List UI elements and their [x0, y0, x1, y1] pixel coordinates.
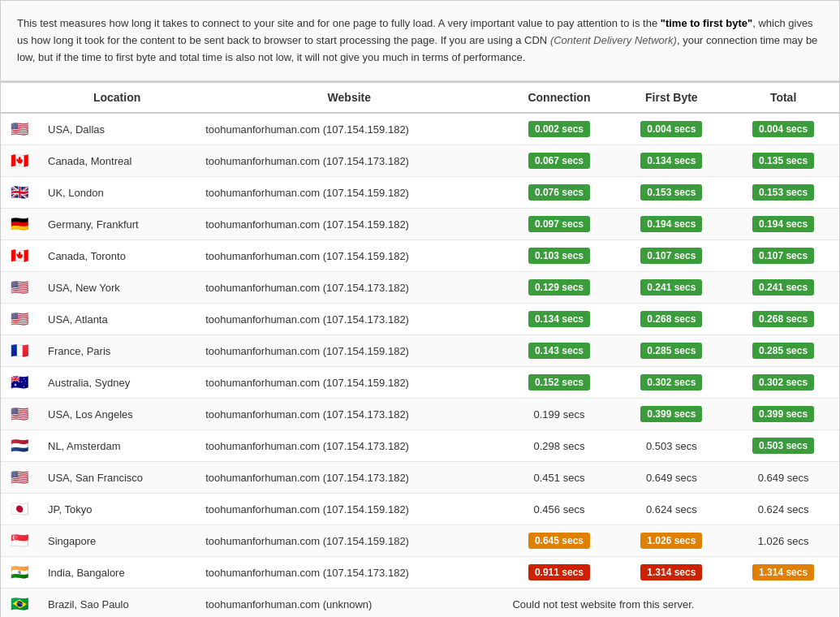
first-byte-cell: 0.624 secs — [615, 494, 727, 525]
table-row: 🇨🇦Canada, Torontotoohumanforhuman.com (1… — [1, 240, 839, 272]
connection-cell: 0.456 secs — [502, 494, 615, 525]
flag-header — [1, 82, 38, 113]
first-byte-badge: 0.004 secs — [640, 121, 702, 137]
website-cell: toohumanforhuman.com (107.154.159.182) — [196, 525, 502, 557]
total-cell: 0.194 secs — [727, 209, 839, 240]
first-byte-cell: 0.241 secs — [615, 272, 727, 304]
error-cell: Could not test website from this server. — [502, 589, 839, 617]
connection-cell: 0.143 secs — [502, 335, 615, 367]
total-value: 0.624 secs — [758, 503, 809, 516]
location-cell: USA, Dallas — [38, 113, 196, 145]
ip-address: (107.154.173.182) — [323, 282, 409, 294]
ip-address: (107.154.159.182) — [323, 503, 409, 516]
flag-cell: 🇬🇧 — [1, 177, 38, 209]
total-value: 1.026 secs — [758, 535, 809, 547]
flag-cell: 🇨🇦 — [1, 145, 38, 177]
connection-cell: 0.002 secs — [502, 113, 615, 145]
first-byte-badge: 1.026 secs — [640, 533, 702, 549]
total-cell: 0.302 secs — [727, 367, 839, 399]
total-cell: 1.314 secs — [727, 557, 839, 589]
total-cell: 0.285 secs — [727, 335, 839, 367]
ip-address: (107.154.173.182) — [323, 155, 409, 167]
flag-cell: 🇯🇵 — [1, 494, 38, 525]
table-row: 🇧🇷Brazil, Sao Paulotoohumanforhuman.com … — [1, 589, 839, 617]
website-cell: toohumanforhuman.com (107.154.173.182) — [196, 462, 502, 494]
location-cell: Canada, Montreal — [38, 145, 196, 177]
total-value: 0.649 secs — [758, 472, 809, 484]
website-header: Website — [196, 82, 502, 113]
flag-cell: 🇺🇸 — [1, 272, 38, 304]
first-byte-value: 0.503 secs — [646, 440, 697, 452]
flag-cell: 🇳🇱 — [1, 430, 38, 462]
website-cell: toohumanforhuman.com (107.154.159.182) — [196, 335, 502, 367]
location-cell: USA, Los Angeles — [38, 399, 196, 430]
ip-address: (107.154.173.182) — [323, 472, 409, 484]
info-box: This test measures how long it takes to … — [1, 1, 839, 81]
connection-badge: 0.129 secs — [528, 279, 590, 296]
connection-cell: 0.067 secs — [502, 145, 615, 177]
first-byte-cell: 0.399 secs — [615, 399, 727, 430]
website-cell: toohumanforhuman.com (107.154.173.182) — [196, 399, 502, 430]
first-byte-cell: 0.107 secs — [615, 240, 727, 272]
table-row: 🇺🇸USA, Dallastoohumanforhuman.com (107.1… — [1, 113, 839, 145]
first-byte-cell: 0.153 secs — [615, 177, 727, 209]
total-cell: 0.004 secs — [727, 113, 839, 145]
first-byte-cell: 1.026 secs — [615, 525, 727, 557]
connection-badge: 0.152 secs — [528, 374, 590, 390]
connection-badge: 0.076 secs — [528, 184, 590, 201]
table-row: 🇫🇷France, Paristoohumanforhuman.com (107… — [1, 335, 839, 367]
website-cell: toohumanforhuman.com (107.154.173.182) — [196, 557, 502, 589]
connection-value: 0.298 secs — [534, 440, 585, 452]
connection-badge: 0.645 secs — [528, 533, 590, 549]
location-cell: France, Paris — [38, 335, 196, 367]
connection-cell: 0.152 secs — [502, 367, 615, 399]
table-row: 🇮🇳India, Bangaloretoohumanforhuman.com (… — [1, 557, 839, 589]
first-byte-badge: 0.285 secs — [640, 343, 702, 359]
table-row: 🇺🇸USA, Los Angelestoohumanforhuman.com (… — [1, 399, 839, 430]
connection-cell: 0.097 secs — [502, 209, 615, 240]
total-cell: 0.268 secs — [727, 304, 839, 335]
first-byte-cell: 0.503 secs — [615, 430, 727, 462]
website-cell: toohumanforhuman.com (unknown) — [196, 589, 502, 617]
total-badge: 0.107 secs — [752, 248, 814, 264]
connection-value: 0.451 secs — [534, 472, 585, 484]
table-row: 🇩🇪Germany, Frankfurttoohumanforhuman.com… — [1, 209, 839, 240]
ip-address: (107.154.159.182) — [323, 218, 409, 231]
website-cell: toohumanforhuman.com (107.154.173.182) — [196, 430, 502, 462]
connection-cell: 0.645 secs — [502, 525, 615, 557]
ip-address: (107.154.159.182) — [323, 345, 409, 357]
first-byte-cell: 0.302 secs — [615, 367, 727, 399]
connection-badge: 0.143 secs — [528, 343, 590, 359]
location-cell: Germany, Frankfurt — [38, 209, 196, 240]
first-byte-badge: 0.194 secs — [640, 216, 702, 232]
first-byte-cell: 0.194 secs — [615, 209, 727, 240]
flag-cell: 🇺🇸 — [1, 304, 38, 335]
connection-badge: 0.911 secs — [528, 564, 590, 580]
connection-cell: 0.911 secs — [502, 557, 615, 589]
first-byte-badge: 0.107 secs — [640, 248, 702, 264]
total-badge: 1.314 secs — [752, 564, 814, 580]
location-cell: Brazil, Sao Paulo — [38, 589, 196, 617]
total-badge: 0.153 secs — [752, 184, 814, 201]
ip-address: (107.154.159.182) — [323, 377, 409, 389]
total-badge: 0.285 secs — [752, 343, 814, 359]
connection-badge: 0.097 secs — [528, 216, 590, 232]
main-container: This test measures how long it takes to … — [0, 0, 840, 617]
first-byte-cell: 0.649 secs — [615, 462, 727, 494]
total-cell: 0.624 secs — [727, 494, 839, 525]
website-cell: toohumanforhuman.com (107.154.173.182) — [196, 272, 502, 304]
flag-cell: 🇧🇷 — [1, 589, 38, 617]
table-row: 🇺🇸USA, New Yorktoohumanforhuman.com (107… — [1, 272, 839, 304]
total-badge: 0.135 secs — [752, 153, 814, 169]
location-cell: Canada, Toronto — [38, 240, 196, 272]
website-cell: toohumanforhuman.com (107.154.159.182) — [196, 367, 502, 399]
total-badge: 0.241 secs — [752, 279, 814, 296]
table-row: 🇺🇸USA, San Franciscotoohumanforhuman.com… — [1, 462, 839, 494]
total-cell: 1.026 secs — [727, 525, 839, 557]
info-text: This test measures how long it takes to … — [17, 17, 817, 63]
connection-badge: 0.134 secs — [528, 311, 590, 327]
flag-cell: 🇺🇸 — [1, 113, 38, 145]
table-row: 🇨🇦Canada, Montrealtoohumanforhuman.com (… — [1, 145, 839, 177]
total-cell: 0.241 secs — [727, 272, 839, 304]
results-table: Location Website Connection First Byte T… — [1, 81, 839, 617]
